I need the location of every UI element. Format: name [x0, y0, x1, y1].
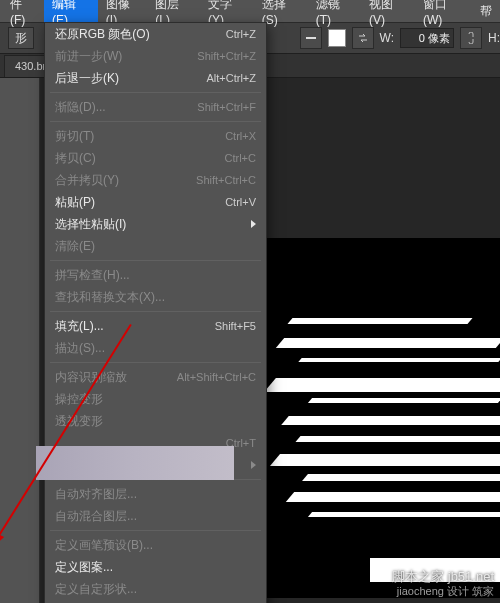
mi-content-aware-scale[interactable]: 内容识别缩放Alt+Shift+Ctrl+C: [45, 366, 266, 388]
mi-paste[interactable]: 粘贴(P)Ctrl+V: [45, 191, 266, 213]
mi-find-replace[interactable]: 查找和替换文本(X)...: [45, 286, 266, 308]
menubar: 件(F) 编辑(E) 图像(I) 图层(L) 文字(Y) 选择(S) 滤镜(T)…: [0, 0, 500, 22]
link-wh-icon[interactable]: [460, 27, 482, 49]
menu-separator: [50, 92, 261, 93]
mi-paste-special[interactable]: 选择性粘贴(I): [45, 213, 266, 235]
stroke-align-icon[interactable]: [300, 27, 322, 49]
mi-fill[interactable]: 填充(L)...Shift+F5: [45, 315, 266, 337]
mi-stroke[interactable]: 描边(S)...: [45, 337, 266, 359]
mi-perspective-warp[interactable]: 透视变形: [45, 410, 266, 432]
h-label: H:: [488, 31, 500, 45]
tools-panel[interactable]: [0, 78, 40, 603]
mi-fade[interactable]: 渐隐(D)...Shift+Ctrl+F: [45, 96, 266, 118]
mi-define-pattern[interactable]: 定义图案...: [45, 556, 266, 578]
menu-filter[interactable]: 滤镜(T): [308, 0, 361, 30]
mi-undo[interactable]: 还原RGB 颜色(O)Ctrl+Z: [45, 23, 266, 45]
menu-window[interactable]: 窗口(W): [415, 0, 472, 30]
edit-menu: 还原RGB 颜色(O)Ctrl+Z 前进一步(W)Shift+Ctrl+Z 后退…: [44, 22, 267, 603]
menu-separator: [50, 362, 261, 363]
w-label: W:: [380, 31, 394, 45]
svg-rect-0: [306, 37, 316, 39]
mi-spellcheck[interactable]: 拼写检查(H)...: [45, 264, 266, 286]
mi-step-backward[interactable]: 后退一步(K)Alt+Ctrl+Z: [45, 67, 266, 89]
menu-help[interactable]: 帮: [472, 0, 500, 23]
menu-separator: [50, 311, 261, 312]
menu-file[interactable]: 件(F): [2, 0, 44, 30]
fill-swatch[interactable]: [328, 29, 346, 47]
menu-view[interactable]: 视图(V): [361, 0, 415, 30]
mi-clear[interactable]: 清除(E): [45, 235, 266, 257]
menu-separator: [50, 121, 261, 122]
swap-icon[interactable]: [352, 27, 374, 49]
mi-copy[interactable]: 拷贝(C)Ctrl+C: [45, 147, 266, 169]
shape-mode[interactable]: 形: [8, 27, 34, 49]
menu-separator: [50, 530, 261, 531]
mi-step-forward[interactable]: 前进一步(W)Shift+Ctrl+Z: [45, 45, 266, 67]
canvas[interactable]: [250, 238, 500, 598]
shape-mode-label: 形: [15, 30, 27, 47]
censor-overlay: [36, 446, 234, 480]
watermark-sub: jiaocheng 设计 筑家: [392, 585, 494, 599]
mi-auto-blend[interactable]: 自动混合图层...: [45, 505, 266, 527]
watermark: 脚本之家 jb51.net jiaocheng 设计 筑家: [392, 569, 494, 599]
mi-define-shape[interactable]: 定义自定形状...: [45, 578, 266, 600]
menu-separator: [50, 260, 261, 261]
watermark-site: 脚本之家 jb51.net: [392, 569, 494, 585]
mi-puppet-warp[interactable]: 操控变形: [45, 388, 266, 410]
mi-cut[interactable]: 剪切(T)Ctrl+X: [45, 125, 266, 147]
width-input[interactable]: [400, 28, 454, 48]
mi-copy-merged[interactable]: 合并拷贝(Y)Shift+Ctrl+C: [45, 169, 266, 191]
mi-define-brush[interactable]: 定义画笔预设(B)...: [45, 534, 266, 556]
mi-auto-align[interactable]: 自动对齐图层...: [45, 483, 266, 505]
